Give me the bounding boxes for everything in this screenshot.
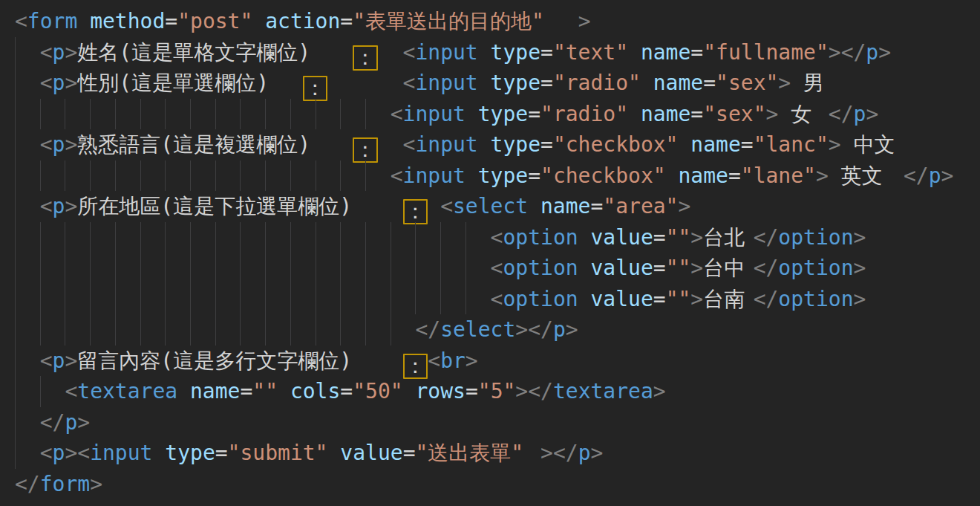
code-token-delimiter: > bbox=[540, 441, 553, 465]
code-token-tag: p bbox=[53, 348, 65, 373]
code-token-tag: option bbox=[503, 287, 578, 311]
code-token-delimiter: > bbox=[829, 132, 841, 157]
code-token-equals: = bbox=[540, 40, 553, 65]
code-token-string: "radio" bbox=[553, 71, 641, 95]
code-token-delimiter: > bbox=[653, 379, 666, 403]
code-token-tag: form bbox=[40, 472, 90, 496]
code-token-string: "sex" bbox=[716, 71, 778, 95]
code-line[interactable]: </p> bbox=[15, 407, 980, 438]
code-token-delimiter: </ bbox=[841, 40, 866, 65]
code-token-delimiter: < bbox=[403, 40, 416, 65]
leading-whitespace bbox=[15, 379, 65, 403]
code-line[interactable]: <option value="">台中</option> bbox=[15, 253, 980, 284]
code-token-delimiter: < bbox=[491, 256, 503, 280]
code-line[interactable]: <p>姓名(這是單格文字欄位)： <input type="text" name… bbox=[15, 37, 980, 68]
code-token-tag: select bbox=[453, 194, 528, 218]
code-token-tag: option bbox=[778, 287, 853, 311]
code-token-delimiter: < bbox=[403, 71, 416, 95]
code-line[interactable]: </form> bbox=[15, 469, 980, 500]
unicode-highlight-box: ： bbox=[303, 76, 328, 101]
code-token-text bbox=[466, 102, 478, 126]
code-token-text bbox=[628, 40, 641, 65]
code-token-delimiter: > bbox=[690, 287, 703, 311]
code-line[interactable]: <form method="post" action="表單送出的目的地"> bbox=[15, 6, 980, 37]
code-token-tag: option bbox=[503, 225, 578, 250]
code-token-attribute: type bbox=[478, 102, 528, 126]
code-token-equals: = bbox=[741, 132, 754, 157]
code-token-attribute: method bbox=[90, 9, 165, 33]
code-token-text: 熟悉語言(這是複選欄位) bbox=[77, 129, 353, 160]
code-token-text bbox=[378, 40, 403, 65]
code-token-string: "5" bbox=[478, 379, 516, 403]
code-token-delimiter: < bbox=[40, 348, 53, 373]
code-token-equals: = bbox=[165, 9, 177, 33]
code-line[interactable]: <option value="">台北</option> bbox=[15, 222, 980, 253]
code-token-equals: = bbox=[728, 163, 741, 188]
code-token-delimiter: > bbox=[816, 163, 829, 188]
code-line[interactable]: <p><input type="submit" value="送出表單"></p… bbox=[15, 438, 980, 469]
code-token-text: 男 bbox=[791, 68, 829, 99]
code-token-delimiter: > bbox=[65, 132, 77, 157]
code-token-text: 英文 bbox=[829, 160, 904, 192]
code-editor[interactable]: <form method="post" action="表單送出的目的地"> <… bbox=[0, 0, 980, 506]
code-token-tag: input bbox=[403, 102, 466, 126]
code-line[interactable]: <input type="radio" name="sex"> 女 </p> bbox=[15, 99, 980, 130]
code-token-text: 性別(這是單選欄位) bbox=[77, 68, 302, 99]
code-token-text: 台北 bbox=[703, 222, 753, 253]
code-token-delimiter: </ bbox=[754, 287, 779, 311]
leading-whitespace bbox=[15, 348, 40, 373]
code-token-attribute: value bbox=[590, 256, 653, 280]
code-line[interactable]: </select></p> bbox=[15, 314, 980, 346]
code-token-delimiter: </ bbox=[528, 379, 553, 403]
code-token-attribute: value bbox=[340, 441, 402, 465]
leading-whitespace bbox=[15, 163, 391, 188]
code-token-string: "" bbox=[252, 379, 278, 403]
code-token-delimiter: > bbox=[878, 40, 891, 65]
code-token-delimiter: > bbox=[678, 194, 690, 218]
code-token-delimiter: > bbox=[466, 348, 478, 373]
leading-whitespace bbox=[15, 441, 40, 465]
code-token-tag: textarea bbox=[77, 379, 177, 403]
code-line[interactable]: <p>留言內容(這是多行文字欄位)：<br> bbox=[15, 346, 980, 377]
code-token-delimiter: > bbox=[766, 102, 779, 126]
code-token-equals: = bbox=[690, 40, 703, 65]
code-token-string: "" bbox=[666, 225, 691, 250]
code-token-equals: = bbox=[240, 379, 252, 403]
code-token-string: "fullname" bbox=[703, 40, 829, 65]
code-line[interactable]: <option value="">台南</option> bbox=[15, 284, 980, 315]
code-token-tag: p bbox=[53, 194, 65, 218]
code-token-string: "lane" bbox=[741, 163, 816, 188]
code-token-delimiter: < bbox=[65, 379, 77, 403]
code-token-attribute: cols bbox=[290, 379, 340, 403]
code-token-string: "area" bbox=[603, 194, 678, 218]
code-token-tag: p bbox=[578, 441, 591, 465]
code-line[interactable]: <p>熟悉語言(這是複選欄位)： <input type="checkbox" … bbox=[15, 129, 980, 160]
code-token-tag: p bbox=[53, 441, 65, 465]
code-token-text: 台中 bbox=[703, 253, 753, 284]
code-line[interactable]: <p>所在地區(這是下拉選單欄位)： <select name="area"> bbox=[15, 191, 980, 222]
code-token-delimiter: < bbox=[391, 102, 403, 126]
code-token-string: "post" bbox=[177, 9, 252, 33]
code-token-attribute: type bbox=[491, 71, 540, 95]
code-line[interactable]: <input type="checkbox" name="lane"> 英文 <… bbox=[15, 160, 980, 192]
code-token-equals: = bbox=[540, 71, 553, 95]
code-token-tag: option bbox=[778, 256, 853, 280]
code-token-text bbox=[528, 194, 540, 218]
code-token-delimiter: > bbox=[854, 256, 866, 280]
code-token-text bbox=[478, 71, 491, 95]
code-line[interactable]: <p>性別(這是單選欄位)： <input type="radio" name=… bbox=[15, 68, 980, 99]
code-token-delimiter: </ bbox=[415, 317, 440, 342]
code-token-delimiter: < bbox=[440, 194, 453, 218]
code-token-string: "送出表單" bbox=[415, 438, 540, 469]
code-token-tag: p bbox=[53, 40, 65, 65]
code-token-delimiter: > bbox=[65, 71, 77, 95]
code-token-delimiter: > bbox=[77, 410, 90, 435]
code-token-delimiter: </ bbox=[754, 225, 779, 250]
code-token-text bbox=[378, 132, 403, 157]
code-token-text bbox=[578, 287, 591, 311]
leading-whitespace bbox=[15, 71, 40, 95]
code-line[interactable]: <textarea name="" cols="50" rows="5"></t… bbox=[15, 376, 980, 407]
code-token-delimiter: > bbox=[690, 256, 703, 280]
code-token-text bbox=[466, 163, 478, 188]
leading-whitespace bbox=[15, 287, 491, 311]
